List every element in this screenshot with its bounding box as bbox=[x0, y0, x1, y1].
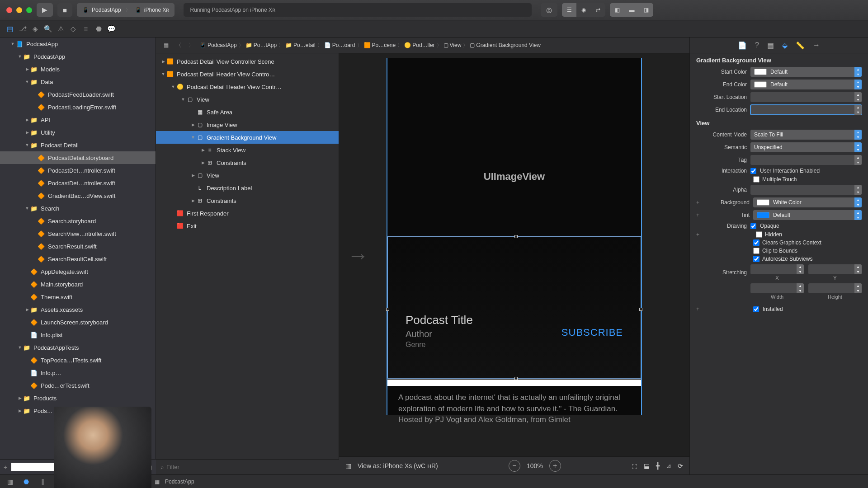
outline-item[interactable]: LDescription Label bbox=[156, 182, 339, 194]
add-installed-icon[interactable]: + bbox=[696, 306, 703, 312]
nav-item-main-storyboard[interactable]: 🔶Main.storyboard bbox=[0, 278, 156, 291]
update-frames-icon[interactable]: ⟳ bbox=[678, 462, 683, 469]
hide-debug-icon[interactable]: ▥ bbox=[5, 477, 15, 486]
outline-item[interactable]: ▶▢Image View bbox=[156, 118, 339, 131]
close-window-button[interactable] bbox=[6, 7, 12, 13]
outline-item[interactable]: ▶⊞Constraints bbox=[156, 194, 339, 207]
outline-filter-input[interactable] bbox=[166, 464, 335, 470]
debug-navigator-icon[interactable]: ≡ bbox=[80, 23, 92, 35]
nav-item-searchresult-swift[interactable]: 🔶SearchResult.swift bbox=[0, 240, 156, 253]
pin-icon[interactable]: ╋ bbox=[656, 462, 660, 469]
start-color-popup[interactable]: Default▲▼ bbox=[750, 67, 862, 77]
description-label[interactable]: A podcast about the internet' that is ac… bbox=[398, 392, 630, 426]
separator-view[interactable] bbox=[387, 380, 641, 386]
jump-crumb[interactable]: 📁Po…tApp bbox=[245, 42, 278, 48]
nav-item-podcastdetail-storyboard[interactable]: 🔶PodcastDetail.storyboard bbox=[0, 151, 156, 164]
breakpoints-icon[interactable]: ⬣ bbox=[21, 477, 32, 486]
toggle-outline-icon[interactable]: ▥ bbox=[345, 462, 351, 469]
tag-field[interactable]: 0▲▼ bbox=[750, 155, 862, 165]
nav-item-launchscreen-storyboard[interactable]: 🔶LaunchScreen.storyboard bbox=[0, 316, 156, 328]
source-control-navigator-icon[interactable]: ⎇ bbox=[16, 23, 29, 35]
toggle-navigator-button[interactable]: ◧ bbox=[610, 3, 624, 17]
jump-crumb[interactable]: 📄Po…oard bbox=[323, 42, 356, 48]
nav-item-podcastdet-ntroller-swift[interactable]: 🔶PodcastDet…ntroller.swift bbox=[0, 177, 156, 189]
stop-button[interactable]: ■ bbox=[57, 3, 72, 17]
outline-item[interactable]: 🟥Exit bbox=[156, 220, 339, 232]
toggle-inspector-button[interactable]: ◨ bbox=[639, 3, 653, 17]
jump-crumb[interactable]: 📁Po…etail bbox=[284, 42, 316, 48]
content-mode-popup[interactable]: Scale To Fill▲▼ bbox=[750, 130, 862, 140]
add-hidden-icon[interactable]: + bbox=[696, 231, 703, 238]
toggle-debug-button[interactable]: ▬ bbox=[624, 3, 639, 17]
nav-item-assets-xcassets[interactable]: ▶📁Assets.xcassets bbox=[0, 303, 156, 316]
outline-item[interactable]: ▼▢Gradient Background View bbox=[156, 131, 339, 144]
jump-crumb[interactable]: ▢Gradient Background View bbox=[469, 42, 542, 48]
nav-item-podcastdet-ntroller-swift[interactable]: 🔶PodcastDet…ntroller.swift bbox=[0, 164, 156, 177]
jump-crumb[interactable]: 📱PodcastApp bbox=[198, 42, 238, 48]
outline-item[interactable]: ▶▢View bbox=[156, 169, 339, 182]
nav-item-utility[interactable]: ▶📁Utility bbox=[0, 126, 156, 139]
interface-builder-canvas[interactable]: → UIImageView Podcast Title Author bbox=[339, 53, 689, 456]
subscribe-button[interactable]: SUBSCRIBE bbox=[561, 327, 623, 338]
assistant-editor-button[interactable]: ◉ bbox=[576, 3, 591, 17]
nav-item-podcastapp[interactable]: ▼📘PodcastApp bbox=[0, 38, 156, 50]
user-interaction-checkbox[interactable] bbox=[750, 168, 756, 174]
end-color-popup[interactable]: Default▲▼ bbox=[750, 80, 862, 89]
clip-bounds-checkbox[interactable] bbox=[753, 248, 760, 254]
identity-inspector-icon[interactable]: ▦ bbox=[767, 41, 774, 50]
nav-item-toppodca-itests-swift[interactable]: 🔶TopPodca…ITests.swift bbox=[0, 354, 156, 366]
background-popup[interactable]: White Color▲▼ bbox=[753, 197, 862, 207]
storyboard-scene[interactable]: UIImageView Podcast Title Author Genre S… bbox=[387, 58, 642, 415]
jump-crumb[interactable]: 🟧Po…cene bbox=[363, 42, 397, 48]
add-tint-icon[interactable]: + bbox=[696, 212, 703, 218]
nav-item-gradientbac-dview-swift[interactable]: 🔶GradientBac…dView.swift bbox=[0, 189, 156, 202]
nav-item-data[interactable]: ▼📁Data bbox=[0, 75, 156, 88]
standard-editor-button[interactable]: ☰ bbox=[562, 3, 576, 17]
stretch-w-field[interactable]: 1▲▼ bbox=[750, 283, 804, 293]
issue-navigator-icon[interactable]: ⚠ bbox=[54, 23, 67, 35]
related-items-icon[interactable]: ▦ bbox=[160, 40, 171, 51]
run-button[interactable]: ▶ bbox=[37, 3, 53, 17]
nav-item-searchview-ntroller-swift[interactable]: 🔶SearchView…ntroller.swift bbox=[0, 227, 156, 240]
nav-item-podc-ertest-swift[interactable]: 🔶Podc…erTest.swift bbox=[0, 379, 156, 392]
nav-item-podcastapp[interactable]: ▼📁PodcastApp bbox=[0, 50, 156, 63]
stretch-y-field[interactable]: 0▲▼ bbox=[808, 264, 862, 274]
find-navigator-icon[interactable]: 🔍 bbox=[42, 23, 54, 35]
file-inspector-icon[interactable]: 📄 bbox=[738, 41, 747, 50]
nav-item-api[interactable]: ▶📁API bbox=[0, 113, 156, 126]
test-navigator-icon[interactable]: ◇ bbox=[67, 23, 80, 35]
outline-item[interactable]: ▼🟡Podcast Detail Header View Contr… bbox=[156, 80, 339, 93]
start-location-field[interactable]: --▲▼ bbox=[750, 92, 862, 102]
nav-item-podcastfeedloader-swift[interactable]: 🔶PodcastFeedLoader.swift bbox=[0, 88, 156, 101]
back-button[interactable]: 〈 bbox=[173, 40, 184, 51]
outline-item[interactable]: ▦Safe Area bbox=[156, 106, 339, 118]
nav-item-models[interactable]: ▶📁Models bbox=[0, 63, 156, 75]
outline-item[interactable]: ▶🟧Podcast Detail View Controller Scene bbox=[156, 55, 339, 68]
multiple-touch-checkbox[interactable] bbox=[753, 176, 760, 183]
embed-in-icon[interactable]: ⬚ bbox=[632, 462, 637, 469]
minimize-window-button[interactable] bbox=[16, 7, 22, 13]
nav-item-info-plist[interactable]: 📄Info.plist bbox=[0, 328, 156, 341]
version-editor-button[interactable]: ⇄ bbox=[591, 3, 605, 17]
stretch-x-field[interactable]: 0▲▼ bbox=[750, 264, 804, 274]
view-as-label[interactable]: View as: iPhone Xs (ᴡC ʜR) bbox=[358, 462, 438, 469]
zoom-in-button[interactable]: + bbox=[549, 460, 561, 472]
zoom-window-button[interactable] bbox=[26, 7, 32, 13]
continue-icon[interactable]: ‖ bbox=[37, 477, 48, 486]
nav-item-search[interactable]: ▼📁Search bbox=[0, 202, 156, 215]
jump-crumb[interactable]: ▢View bbox=[443, 42, 462, 48]
zoom-out-button[interactable]: − bbox=[509, 460, 520, 472]
nav-item-info-p-[interactable]: 📄Info.p… bbox=[0, 366, 156, 379]
zoom-level[interactable]: 100% bbox=[527, 462, 543, 469]
connections-inspector-icon[interactable]: → bbox=[813, 41, 820, 49]
alpha-field[interactable]: 1▲▼ bbox=[750, 185, 862, 195]
report-navigator-icon[interactable]: 💬 bbox=[105, 23, 118, 35]
quick-help-inspector-icon[interactable]: ? bbox=[755, 41, 759, 49]
symbol-navigator-icon[interactable]: ◈ bbox=[29, 23, 42, 35]
add-background-icon[interactable]: + bbox=[696, 199, 703, 206]
jump-crumb[interactable]: 🟡Pod…ller bbox=[403, 42, 435, 48]
podcast-author-label[interactable]: Author bbox=[406, 329, 432, 339]
attributes-inspector-icon[interactable]: ⬙ bbox=[782, 41, 788, 50]
library-button[interactable]: ◎ bbox=[541, 3, 557, 17]
forward-button[interactable]: 〉 bbox=[186, 40, 197, 51]
